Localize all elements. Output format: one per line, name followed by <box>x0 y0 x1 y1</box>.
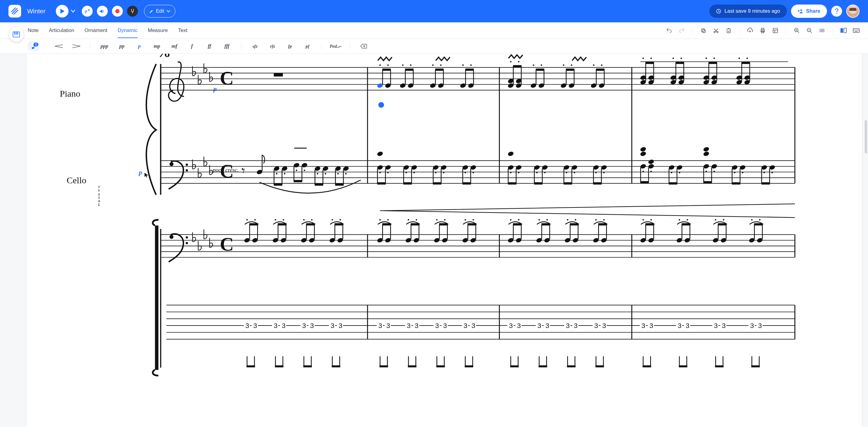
dynamic-pf[interactable]: pf <box>299 41 316 51</box>
zoom-out-button[interactable] <box>806 27 813 34</box>
dynamic-sfz[interactable]: sfz <box>247 41 264 51</box>
play-options-button[interactable] <box>68 5 78 18</box>
svg-text:3: 3 <box>574 322 578 330</box>
dynamic-fp[interactable]: fp <box>282 41 299 51</box>
download-button[interactable] <box>747 27 753 34</box>
crescendo-hairpin[interactable] <box>380 204 795 217</box>
zoom-in-button[interactable] <box>794 27 800 34</box>
print-icon <box>760 28 766 33</box>
svg-text:3: 3 <box>302 322 306 330</box>
cloud-download-icon <box>747 28 753 33</box>
redo-button[interactable] <box>679 27 685 34</box>
svg-text:3: 3 <box>650 322 653 330</box>
document-title[interactable]: Winter <box>27 7 45 15</box>
svg-text:3: 3 <box>686 322 690 330</box>
crescendo-hairpin-button[interactable] <box>51 41 67 51</box>
play-button[interactable] <box>56 5 68 18</box>
dynamic-pp[interactable]: pp <box>114 41 130 51</box>
selection-count: 1 <box>33 42 38 47</box>
instruments-panel-button[interactable] <box>9 27 24 42</box>
question-icon <box>835 8 838 14</box>
svg-rect-10 <box>727 29 730 33</box>
audio-button[interactable] <box>97 6 108 17</box>
svg-rect-33 <box>855 29 856 30</box>
svg-text:3: 3 <box>758 322 762 330</box>
pencil-icon <box>149 9 154 13</box>
svg-text:3: 3 <box>471 322 475 330</box>
svg-text:C: C <box>220 234 234 255</box>
tab-dynamic[interactable]: Dynamic <box>118 23 137 38</box>
dynamic-ppp[interactable]: ppp <box>96 41 113 51</box>
undo-button[interactable] <box>666 27 673 34</box>
svg-rect-15 <box>773 28 778 33</box>
help-button[interactable] <box>831 6 842 17</box>
svg-point-103 <box>186 242 188 244</box>
pedal-button[interactable]: Ped. <box>327 41 344 51</box>
save-status-label: Last save 9 minutes ago <box>724 8 780 14</box>
svg-rect-47 <box>16 32 17 34</box>
svg-text:3: 3 <box>339 322 343 330</box>
svg-rect-39 <box>856 30 857 31</box>
tab-note[interactable]: Note <box>28 23 39 38</box>
vertical-scrollbar[interactable] <box>865 120 867 153</box>
svg-line-23 <box>810 31 812 33</box>
selection-chip[interactable]: 1 <box>28 41 39 51</box>
tuner-button[interactable] <box>127 6 138 17</box>
dynamic-fff[interactable]: fff <box>218 41 236 51</box>
svg-text:3: 3 <box>464 322 467 330</box>
svg-rect-48 <box>17 32 18 34</box>
dynamic-mp[interactable]: mp <box>149 41 165 51</box>
crescendo-icon <box>54 44 63 48</box>
tab-articulation[interactable]: Articulation <box>49 23 74 38</box>
user-avatar[interactable] <box>846 4 860 18</box>
svg-text:3: 3 <box>245 322 249 330</box>
svg-line-19 <box>798 31 799 33</box>
dynamic-rfz[interactable]: rfz <box>264 41 281 51</box>
concert-pitch-button[interactable]: β <box>82 6 93 17</box>
view-staves-button[interactable] <box>819 27 826 34</box>
paste-button[interactable] <box>725 27 732 34</box>
save-status[interactable]: Last save 9 minutes ago <box>709 4 786 18</box>
cut-button[interactable] <box>713 27 719 34</box>
svg-rect-13 <box>762 28 764 30</box>
dynamic-f[interactable]: f <box>184 41 200 51</box>
pedal-squiggle-icon <box>337 44 342 48</box>
decrescendo-hairpin-button[interactable] <box>68 41 85 51</box>
staves-icon <box>819 28 825 33</box>
mode-button[interactable]: Edit <box>144 5 176 18</box>
copy-button[interactable] <box>700 27 707 34</box>
svg-text:3: 3 <box>750 322 754 330</box>
delete-dynamic-button[interactable] <box>355 41 372 51</box>
svg-point-101 <box>169 235 174 239</box>
svg-text:3: 3 <box>253 322 257 330</box>
print-button[interactable] <box>760 27 766 34</box>
svg-rect-36 <box>858 29 859 30</box>
tab-ornament[interactable]: Ornament <box>85 23 107 38</box>
pedal-label: Ped. <box>330 44 338 49</box>
svg-point-5 <box>836 13 837 14</box>
share-button[interactable]: Share <box>791 4 827 18</box>
parts-button[interactable] <box>840 27 847 34</box>
svg-rect-41 <box>858 30 859 31</box>
piano-brace <box>146 64 156 195</box>
svg-text:3: 3 <box>435 322 439 330</box>
dynamic-mf[interactable]: mf <box>166 41 183 51</box>
dynamic-ff[interactable]: ff <box>201 41 218 51</box>
score-page[interactable]: Piano Cello p p poco cresc. e' b g d A E <box>27 54 862 427</box>
keyboard-top-button[interactable] <box>853 27 860 34</box>
whole-rest <box>274 73 283 77</box>
record-button[interactable] <box>112 6 123 17</box>
dynamic-p[interactable]: p <box>131 41 148 51</box>
layout-button[interactable] <box>772 27 779 34</box>
svg-text:C: C <box>220 160 234 182</box>
tab-text[interactable]: Text <box>178 23 187 38</box>
redo-icon <box>679 28 685 33</box>
tuning-fork-icon <box>130 8 135 14</box>
svg-point-84 <box>186 169 188 172</box>
svg-rect-29 <box>840 28 843 33</box>
layout-icon <box>772 28 778 33</box>
app-logo[interactable] <box>8 5 21 18</box>
svg-rect-11 <box>728 28 730 29</box>
tab-measure[interactable]: Measure <box>148 23 168 38</box>
play-controls <box>56 5 78 18</box>
